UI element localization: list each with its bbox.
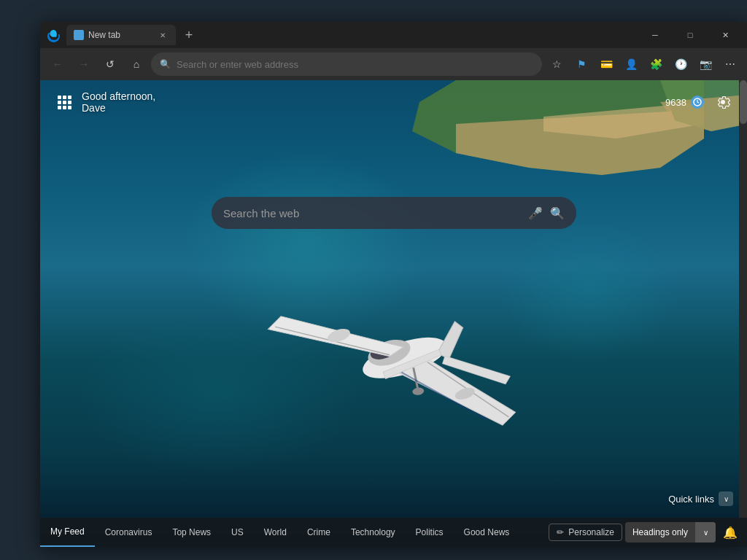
header-right: 9638 (665, 92, 733, 112)
apps-dot (68, 101, 71, 104)
more-button[interactable]: ⋯ (719, 52, 742, 76)
personalize-label: Personalize (568, 527, 614, 537)
rewards-badge[interactable]: 9638 (665, 96, 704, 109)
apps-dot (58, 96, 61, 99)
back-button[interactable]: ← (46, 52, 69, 76)
profile-icon[interactable]: 👤 (619, 52, 643, 76)
news-bar-right: ✏ Personalize Headings only ∨ 🔔 (549, 521, 747, 544)
news-tab-politics[interactable]: Politics (406, 518, 454, 547)
greeting-area: Good afternoon, Dave (55, 90, 155, 114)
background-image (40, 80, 747, 547)
news-tab-technology[interactable]: Technology (341, 518, 406, 547)
news-tab-crime[interactable]: Crime (297, 518, 341, 547)
settings-icon[interactable] (713, 92, 733, 112)
navbar: ← → ↺ ⌂ 🔍 ☆ ⚑ 💳 👤 🧩 🕐 📷 ⋯ (40, 48, 747, 80)
news-tab-coronavirus[interactable]: Coronavirus (95, 518, 163, 547)
titlebar-left: New tab ✕ + (46, 25, 199, 45)
tab-label: New tab (88, 30, 120, 40)
news-tab-us[interactable]: US (221, 518, 254, 547)
mic-icon[interactable]: 🎤 (528, 206, 543, 220)
close-button[interactable]: ✕ (708, 25, 742, 45)
quick-links-chevron-icon: ∨ (719, 491, 733, 506)
quick-links-button[interactable]: Quick links ∨ (668, 491, 733, 506)
apps-dot (63, 106, 66, 109)
search-box[interactable]: 🎤 🔍 (212, 197, 576, 229)
greeting-name: Dave (82, 102, 155, 114)
collections-icon[interactable]: ⚑ (570, 52, 593, 76)
airplane-image (196, 190, 570, 532)
extensions-icon[interactable]: 🧩 (644, 52, 667, 76)
news-tab-myfeed[interactable]: My Feed (40, 518, 95, 547)
news-tab-goodnews[interactable]: Good News (454, 518, 520, 547)
apps-dot (68, 106, 71, 109)
headings-chevron-icon[interactable]: ∨ (695, 522, 716, 542)
screenshot-icon[interactable]: 📷 (694, 52, 717, 76)
tab-close-button[interactable]: ✕ (157, 29, 169, 41)
headings-dropdown[interactable]: Headings only ∨ (625, 522, 716, 542)
edge-logo-icon (46, 28, 61, 42)
scrollbar[interactable] (739, 80, 747, 547)
quick-links-label: Quick links (668, 494, 714, 505)
greeting-line1: Good afternoon, (82, 90, 155, 102)
wallet-icon[interactable]: 💳 (595, 52, 618, 76)
news-tabs: My Feed Coronavirus Top News US World Cr… (40, 518, 549, 547)
tab-favicon-icon (74, 30, 84, 40)
browser-tab[interactable]: New tab ✕ (66, 25, 176, 45)
forward-button[interactable]: → (72, 52, 96, 76)
personalize-icon: ✏ (557, 527, 564, 537)
titlebar: New tab ✕ + ─ □ ✕ (40, 22, 747, 48)
news-tab-topnews[interactable]: Top News (162, 518, 221, 547)
rewards-count: 9638 (665, 97, 686, 108)
apps-dot (63, 96, 66, 99)
address-input[interactable] (177, 59, 533, 70)
minimize-button[interactable]: ─ (638, 25, 672, 45)
headings-label: Headings only (625, 527, 695, 537)
search-input[interactable] (223, 207, 521, 219)
browser-window: New tab ✕ + ─ □ ✕ ← → ↺ ⌂ 🔍 ☆ ⚑ 💳 👤 🧩 🕐 … (40, 22, 747, 547)
toolbar-icons: ☆ ⚑ 💳 👤 🧩 🕐 📷 ⋯ (545, 52, 742, 76)
address-bar[interactable]: 🔍 (151, 52, 542, 76)
apps-dot (68, 96, 71, 99)
newtab-content: Good afternoon, Dave 9638 (40, 80, 747, 547)
news-bar: My Feed Coronavirus Top News US World Cr… (40, 518, 747, 547)
search-submit-icon[interactable]: 🔍 (550, 206, 565, 220)
search-container: 🎤 🔍 (212, 197, 576, 229)
rewards-icon (691, 96, 704, 109)
greeting-text: Good afternoon, Dave (82, 90, 155, 114)
maximize-button[interactable]: □ (673, 25, 707, 45)
bell-button[interactable]: 🔔 (719, 521, 742, 544)
favorites-icon[interactable]: ☆ (545, 52, 568, 76)
personalize-button[interactable]: ✏ Personalize (549, 524, 622, 541)
refresh-button[interactable]: ↺ (98, 52, 122, 76)
home-button[interactable]: ⌂ (125, 52, 148, 76)
search-icon: 🔍 (160, 59, 171, 69)
apps-dot (58, 101, 61, 104)
apps-dot (58, 106, 61, 109)
history-icon[interactable]: 🕐 (669, 52, 692, 76)
apps-button[interactable] (55, 93, 74, 112)
news-tab-world[interactable]: World (254, 518, 297, 547)
apps-dot (63, 101, 66, 104)
svg-point-13 (412, 387, 425, 396)
window-controls: ─ □ ✕ (638, 25, 742, 45)
newtab-header: Good afternoon, Dave 9638 (40, 80, 747, 124)
new-tab-button[interactable]: + (179, 25, 199, 45)
